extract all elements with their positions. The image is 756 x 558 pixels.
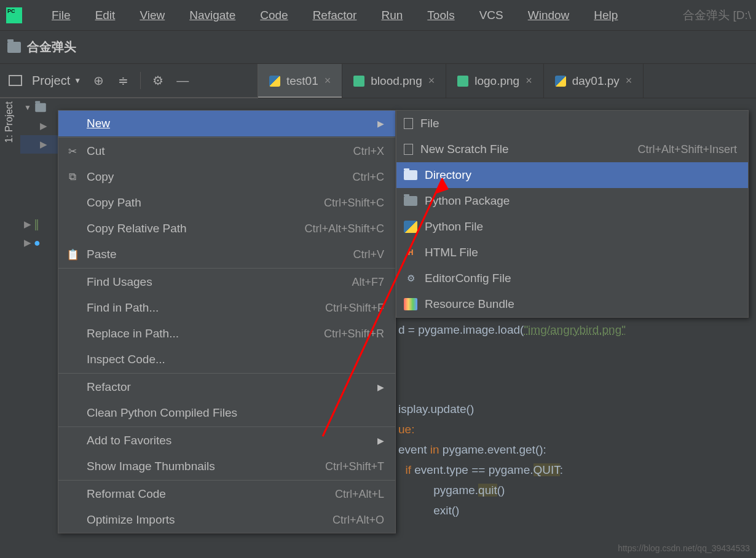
cm-new[interactable]: New ▶ xyxy=(58,111,395,136)
cm-add-to-favorites[interactable]: Add to Favorites ▶ xyxy=(58,428,395,454)
tab-logo-png[interactable]: logo.png × xyxy=(446,64,543,98)
menu-edit[interactable]: Edit xyxy=(83,9,128,22)
cm-paste[interactable]: 📋 Paste Ctrl+V xyxy=(58,242,395,267)
tab-blood-png[interactable]: blood.png × xyxy=(342,64,446,98)
cm-copy[interactable]: ⧉ Copy Ctrl+C xyxy=(58,164,395,190)
sm-python-package[interactable]: Python Package xyxy=(396,188,748,214)
paste-icon: 📋 xyxy=(66,248,79,261)
tree-row[interactable]: ▶● xyxy=(20,234,60,252)
chevron-right-icon: ▶ xyxy=(377,436,384,446)
menu-file[interactable]: File xyxy=(39,9,83,22)
copy-icon: ⧉ xyxy=(66,171,79,183)
cm-copy-relative-path[interactable]: Copy Relative Path Ctrl+Alt+Shift+C xyxy=(58,216,395,242)
folder-icon xyxy=(404,196,417,206)
project-tool-tab[interactable]: 1: Project xyxy=(4,101,15,143)
tree-row[interactable]: ▶ xyxy=(20,117,60,135)
image-icon xyxy=(457,76,468,87)
sm-python-file[interactable]: Python File xyxy=(396,214,748,240)
cm-find-usages[interactable]: Find Usages Alt+F7 xyxy=(58,269,395,295)
cm-replace-in-path[interactable]: Replace in Path... Ctrl+Shift+R xyxy=(58,321,395,347)
sm-html-file[interactable]: H HTML File xyxy=(396,240,748,265)
window-title-suffix: 合金弹头 [D:\ xyxy=(683,7,756,23)
menu-help[interactable]: Help xyxy=(581,9,630,22)
watermark: https://blog.csdn.net/qq_39434533 xyxy=(618,543,750,553)
new-submenu: File New Scratch File Ctrl+Alt+Shift+Ins… xyxy=(396,110,749,318)
sm-scratch-file[interactable]: New Scratch File Ctrl+Alt+Shift+Insert xyxy=(396,136,748,162)
breadcrumb-bar: 合金弹头 xyxy=(0,31,756,64)
cm-clean-python-compiled[interactable]: Clean Python Compiled Files xyxy=(58,400,395,426)
chevron-right-icon: ▶ xyxy=(377,119,384,128)
toolrow: Project▼ ⊕ ≑ ⚙ — test01 × blood.png × lo… xyxy=(0,64,756,98)
tree-row[interactable]: ▶ xyxy=(20,135,60,154)
tree-row[interactable]: ▼ xyxy=(20,98,60,117)
project-panel-header: Project▼ ⊕ ≑ ⚙ — xyxy=(0,64,258,98)
sm-resource-bundle[interactable]: Resource Bundle xyxy=(396,291,748,317)
code-editor[interactable]: d = pygame.image.load("img/angrybird.png… xyxy=(398,320,756,558)
project-tree: ▼ ▶ ▶ ▶‖ ▶● xyxy=(20,98,60,295)
image-icon xyxy=(353,76,364,87)
cm-cut[interactable]: ✂ Cut Ctrl+X xyxy=(58,138,395,164)
sm-directory[interactable]: Directory xyxy=(396,162,748,188)
folder-icon xyxy=(404,170,417,180)
folder-icon xyxy=(7,42,21,53)
tab-test01[interactable]: test01 × xyxy=(258,64,342,98)
close-icon[interactable]: × xyxy=(526,74,532,87)
close-icon[interactable]: × xyxy=(325,74,331,87)
file-icon xyxy=(404,144,413,155)
html-icon: H xyxy=(404,246,417,259)
menu-window[interactable]: Window xyxy=(516,9,582,22)
menu-run[interactable]: Run xyxy=(369,9,415,22)
menu-view[interactable]: View xyxy=(127,9,177,22)
python-icon xyxy=(404,221,417,233)
cm-refactor[interactable]: Refactor ▶ xyxy=(58,374,395,400)
chevron-right-icon: ▶ xyxy=(377,382,384,392)
cm-optimize-imports[interactable]: Optimize Imports Ctrl+Alt+O xyxy=(58,507,395,533)
cm-show-image-thumbnails[interactable]: Show Image Thumbnails Ctrl+Shift+T xyxy=(58,454,395,479)
menubar: File Edit View Navigate Code Refactor Ru… xyxy=(0,0,756,31)
menu-tools[interactable]: Tools xyxy=(415,9,467,22)
project-view-selector[interactable]: Project▼ xyxy=(32,74,81,88)
menu-vcs[interactable]: VCS xyxy=(467,9,516,22)
context-menu: New ▶ ✂ Cut Ctrl+X ⧉ Copy Ctrl+C Copy Pa… xyxy=(58,110,396,533)
close-icon[interactable]: × xyxy=(626,74,632,87)
python-icon xyxy=(555,76,566,87)
sm-editorconfig-file[interactable]: ⚙ EditorConfig File xyxy=(396,265,748,291)
menu-refactor[interactable]: Refactor xyxy=(301,9,369,22)
tree-row[interactable]: ▶‖ xyxy=(20,215,60,234)
breadcrumb[interactable]: 合金弹头 xyxy=(27,39,76,55)
tool-window-stripe: 1: Project xyxy=(0,98,18,258)
app-icon xyxy=(6,7,22,23)
sm-file[interactable]: File xyxy=(396,111,748,136)
cm-reformat-code[interactable]: Reformat Code Ctrl+Alt+L xyxy=(58,481,395,507)
python-icon xyxy=(269,76,280,87)
cm-inspect-code[interactable]: Inspect Code... xyxy=(58,347,395,372)
editor-tabs: test01 × blood.png × logo.png × day01.py… xyxy=(258,64,756,98)
hide-icon[interactable]: — xyxy=(175,74,190,88)
project-view-icon xyxy=(9,75,22,86)
collapse-icon[interactable]: ≑ xyxy=(116,73,130,88)
menu-code[interactable]: Code xyxy=(248,9,300,22)
file-icon xyxy=(404,118,413,129)
bundle-icon xyxy=(404,298,417,310)
locate-icon[interactable]: ⊕ xyxy=(91,73,106,88)
cut-icon: ✂ xyxy=(66,145,79,158)
settings-icon[interactable]: ⚙ xyxy=(151,73,165,88)
cm-copy-path[interactable]: Copy Path Ctrl+Shift+C xyxy=(58,190,395,216)
close-icon[interactable]: × xyxy=(428,74,435,87)
gear-icon: ⚙ xyxy=(404,272,417,285)
cm-find-in-path[interactable]: Find in Path... Ctrl+Shift+F xyxy=(58,295,395,321)
menu-navigate[interactable]: Navigate xyxy=(177,9,248,22)
tab-day01-py[interactable]: day01.py × xyxy=(544,64,644,98)
